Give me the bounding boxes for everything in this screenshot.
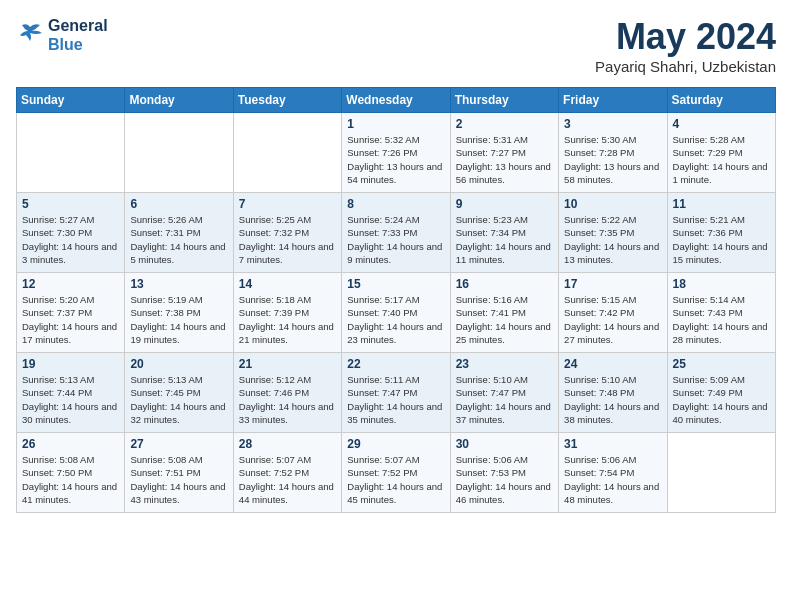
weekday-header-row: SundayMondayTuesdayWednesdayThursdayFrid… bbox=[17, 88, 776, 113]
day-info: Sunrise: 5:18 AM Sunset: 7:39 PM Dayligh… bbox=[239, 293, 336, 346]
day-info: Sunrise: 5:10 AM Sunset: 7:47 PM Dayligh… bbox=[456, 373, 553, 426]
calendar-cell: 10Sunrise: 5:22 AM Sunset: 7:35 PM Dayli… bbox=[559, 193, 667, 273]
calendar-cell bbox=[667, 433, 775, 513]
day-number: 2 bbox=[456, 117, 553, 131]
day-number: 11 bbox=[673, 197, 770, 211]
day-info: Sunrise: 5:08 AM Sunset: 7:51 PM Dayligh… bbox=[130, 453, 227, 506]
calendar-cell: 9Sunrise: 5:23 AM Sunset: 7:34 PM Daylig… bbox=[450, 193, 558, 273]
month-title: May 2024 bbox=[595, 16, 776, 58]
day-number: 28 bbox=[239, 437, 336, 451]
calendar-week-row: 12Sunrise: 5:20 AM Sunset: 7:37 PM Dayli… bbox=[17, 273, 776, 353]
calendar-cell: 6Sunrise: 5:26 AM Sunset: 7:31 PM Daylig… bbox=[125, 193, 233, 273]
day-number: 16 bbox=[456, 277, 553, 291]
logo: General Blue bbox=[16, 16, 108, 54]
day-number: 31 bbox=[564, 437, 661, 451]
calendar-cell: 23Sunrise: 5:10 AM Sunset: 7:47 PM Dayli… bbox=[450, 353, 558, 433]
day-info: Sunrise: 5:14 AM Sunset: 7:43 PM Dayligh… bbox=[673, 293, 770, 346]
day-info: Sunrise: 5:10 AM Sunset: 7:48 PM Dayligh… bbox=[564, 373, 661, 426]
day-number: 18 bbox=[673, 277, 770, 291]
day-number: 5 bbox=[22, 197, 119, 211]
day-info: Sunrise: 5:19 AM Sunset: 7:38 PM Dayligh… bbox=[130, 293, 227, 346]
calendar-week-row: 5Sunrise: 5:27 AM Sunset: 7:30 PM Daylig… bbox=[17, 193, 776, 273]
calendar-cell: 2Sunrise: 5:31 AM Sunset: 7:27 PM Daylig… bbox=[450, 113, 558, 193]
location-subtitle: Payariq Shahri, Uzbekistan bbox=[595, 58, 776, 75]
calendar-cell: 25Sunrise: 5:09 AM Sunset: 7:49 PM Dayli… bbox=[667, 353, 775, 433]
calendar-cell: 7Sunrise: 5:25 AM Sunset: 7:32 PM Daylig… bbox=[233, 193, 341, 273]
calendar-cell: 19Sunrise: 5:13 AM Sunset: 7:44 PM Dayli… bbox=[17, 353, 125, 433]
calendar-cell: 13Sunrise: 5:19 AM Sunset: 7:38 PM Dayli… bbox=[125, 273, 233, 353]
day-number: 10 bbox=[564, 197, 661, 211]
day-info: Sunrise: 5:21 AM Sunset: 7:36 PM Dayligh… bbox=[673, 213, 770, 266]
day-number: 30 bbox=[456, 437, 553, 451]
day-number: 6 bbox=[130, 197, 227, 211]
day-info: Sunrise: 5:24 AM Sunset: 7:33 PM Dayligh… bbox=[347, 213, 444, 266]
day-info: Sunrise: 5:30 AM Sunset: 7:28 PM Dayligh… bbox=[564, 133, 661, 186]
day-info: Sunrise: 5:13 AM Sunset: 7:45 PM Dayligh… bbox=[130, 373, 227, 426]
calendar-cell: 26Sunrise: 5:08 AM Sunset: 7:50 PM Dayli… bbox=[17, 433, 125, 513]
page-header: General Blue May 2024 Payariq Shahri, Uz… bbox=[16, 16, 776, 75]
day-info: Sunrise: 5:26 AM Sunset: 7:31 PM Dayligh… bbox=[130, 213, 227, 266]
day-info: Sunrise: 5:12 AM Sunset: 7:46 PM Dayligh… bbox=[239, 373, 336, 426]
calendar-cell: 20Sunrise: 5:13 AM Sunset: 7:45 PM Dayli… bbox=[125, 353, 233, 433]
calendar-cell: 21Sunrise: 5:12 AM Sunset: 7:46 PM Dayli… bbox=[233, 353, 341, 433]
calendar-cell: 30Sunrise: 5:06 AM Sunset: 7:53 PM Dayli… bbox=[450, 433, 558, 513]
logo-icon bbox=[16, 21, 44, 49]
day-info: Sunrise: 5:20 AM Sunset: 7:37 PM Dayligh… bbox=[22, 293, 119, 346]
day-number: 20 bbox=[130, 357, 227, 371]
day-number: 3 bbox=[564, 117, 661, 131]
calendar-cell: 31Sunrise: 5:06 AM Sunset: 7:54 PM Dayli… bbox=[559, 433, 667, 513]
calendar-cell: 16Sunrise: 5:16 AM Sunset: 7:41 PM Dayli… bbox=[450, 273, 558, 353]
calendar-cell bbox=[125, 113, 233, 193]
day-info: Sunrise: 5:13 AM Sunset: 7:44 PM Dayligh… bbox=[22, 373, 119, 426]
day-number: 27 bbox=[130, 437, 227, 451]
calendar-week-row: 1Sunrise: 5:32 AM Sunset: 7:26 PM Daylig… bbox=[17, 113, 776, 193]
day-number: 22 bbox=[347, 357, 444, 371]
day-info: Sunrise: 5:15 AM Sunset: 7:42 PM Dayligh… bbox=[564, 293, 661, 346]
day-info: Sunrise: 5:31 AM Sunset: 7:27 PM Dayligh… bbox=[456, 133, 553, 186]
calendar-cell: 3Sunrise: 5:30 AM Sunset: 7:28 PM Daylig… bbox=[559, 113, 667, 193]
weekday-header: Monday bbox=[125, 88, 233, 113]
day-number: 15 bbox=[347, 277, 444, 291]
day-number: 4 bbox=[673, 117, 770, 131]
weekday-header: Sunday bbox=[17, 88, 125, 113]
day-number: 8 bbox=[347, 197, 444, 211]
day-info: Sunrise: 5:23 AM Sunset: 7:34 PM Dayligh… bbox=[456, 213, 553, 266]
weekday-header: Thursday bbox=[450, 88, 558, 113]
day-number: 21 bbox=[239, 357, 336, 371]
day-info: Sunrise: 5:22 AM Sunset: 7:35 PM Dayligh… bbox=[564, 213, 661, 266]
weekday-header: Friday bbox=[559, 88, 667, 113]
weekday-header: Tuesday bbox=[233, 88, 341, 113]
day-number: 23 bbox=[456, 357, 553, 371]
day-info: Sunrise: 5:17 AM Sunset: 7:40 PM Dayligh… bbox=[347, 293, 444, 346]
day-number: 9 bbox=[456, 197, 553, 211]
day-number: 24 bbox=[564, 357, 661, 371]
title-block: May 2024 Payariq Shahri, Uzbekistan bbox=[595, 16, 776, 75]
day-number: 14 bbox=[239, 277, 336, 291]
day-number: 1 bbox=[347, 117, 444, 131]
day-number: 7 bbox=[239, 197, 336, 211]
day-info: Sunrise: 5:11 AM Sunset: 7:47 PM Dayligh… bbox=[347, 373, 444, 426]
day-info: Sunrise: 5:32 AM Sunset: 7:26 PM Dayligh… bbox=[347, 133, 444, 186]
calendar-cell: 22Sunrise: 5:11 AM Sunset: 7:47 PM Dayli… bbox=[342, 353, 450, 433]
calendar-cell: 15Sunrise: 5:17 AM Sunset: 7:40 PM Dayli… bbox=[342, 273, 450, 353]
day-number: 17 bbox=[564, 277, 661, 291]
day-number: 29 bbox=[347, 437, 444, 451]
logo-text: General Blue bbox=[48, 16, 108, 54]
day-info: Sunrise: 5:28 AM Sunset: 7:29 PM Dayligh… bbox=[673, 133, 770, 186]
calendar-cell bbox=[233, 113, 341, 193]
calendar-cell: 18Sunrise: 5:14 AM Sunset: 7:43 PM Dayli… bbox=[667, 273, 775, 353]
day-number: 12 bbox=[22, 277, 119, 291]
day-number: 25 bbox=[673, 357, 770, 371]
day-info: Sunrise: 5:06 AM Sunset: 7:53 PM Dayligh… bbox=[456, 453, 553, 506]
day-info: Sunrise: 5:06 AM Sunset: 7:54 PM Dayligh… bbox=[564, 453, 661, 506]
day-number: 19 bbox=[22, 357, 119, 371]
day-info: Sunrise: 5:08 AM Sunset: 7:50 PM Dayligh… bbox=[22, 453, 119, 506]
calendar-cell bbox=[17, 113, 125, 193]
calendar-cell: 29Sunrise: 5:07 AM Sunset: 7:52 PM Dayli… bbox=[342, 433, 450, 513]
weekday-header: Wednesday bbox=[342, 88, 450, 113]
day-info: Sunrise: 5:09 AM Sunset: 7:49 PM Dayligh… bbox=[673, 373, 770, 426]
calendar-cell: 27Sunrise: 5:08 AM Sunset: 7:51 PM Dayli… bbox=[125, 433, 233, 513]
day-info: Sunrise: 5:16 AM Sunset: 7:41 PM Dayligh… bbox=[456, 293, 553, 346]
calendar-week-row: 26Sunrise: 5:08 AM Sunset: 7:50 PM Dayli… bbox=[17, 433, 776, 513]
calendar-cell: 14Sunrise: 5:18 AM Sunset: 7:39 PM Dayli… bbox=[233, 273, 341, 353]
